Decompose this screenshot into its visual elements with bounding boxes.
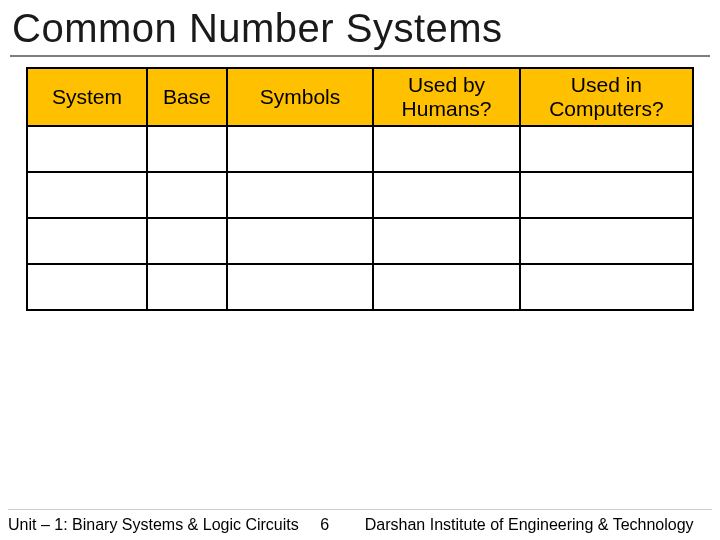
slide-footer: Unit – 1: Binary Systems & Logic Circuit… (0, 510, 720, 540)
cell-humans (373, 172, 520, 218)
cell-humans (373, 126, 520, 172)
cell-computers (520, 172, 693, 218)
slide-title: Common Number Systems (0, 0, 720, 55)
header-symbols: Symbols (227, 68, 374, 126)
table-row (27, 126, 693, 172)
footer-page-number: 6 (299, 516, 351, 534)
header-used-by-humans: Used by Humans? (373, 68, 520, 126)
cell-humans (373, 218, 520, 264)
cell-base (147, 126, 227, 172)
header-system: System (27, 68, 147, 126)
cell-symbols (227, 172, 374, 218)
cell-symbols (227, 264, 374, 310)
cell-system (27, 218, 147, 264)
footer-unit: Unit – 1: Binary Systems & Logic Circuit… (0, 516, 299, 534)
cell-system (27, 126, 147, 172)
title-divider (10, 55, 710, 57)
table-row (27, 264, 693, 310)
header-base: Base (147, 68, 227, 126)
cell-computers (520, 126, 693, 172)
table-container: System Base Symbols Used by Humans? Used… (0, 67, 720, 311)
cell-base (147, 172, 227, 218)
cell-system (27, 264, 147, 310)
cell-base (147, 218, 227, 264)
footer-organization: Darshan Institute of Engineering & Techn… (351, 516, 720, 534)
table-row (27, 218, 693, 264)
cell-computers (520, 218, 693, 264)
cell-symbols (227, 218, 374, 264)
number-systems-table: System Base Symbols Used by Humans? Used… (26, 67, 694, 311)
cell-computers (520, 264, 693, 310)
cell-humans (373, 264, 520, 310)
cell-base (147, 264, 227, 310)
table-header-row: System Base Symbols Used by Humans? Used… (27, 68, 693, 126)
table-row (27, 172, 693, 218)
cell-symbols (227, 126, 374, 172)
header-used-in-computers: Used in Computers? (520, 68, 693, 126)
cell-system (27, 172, 147, 218)
